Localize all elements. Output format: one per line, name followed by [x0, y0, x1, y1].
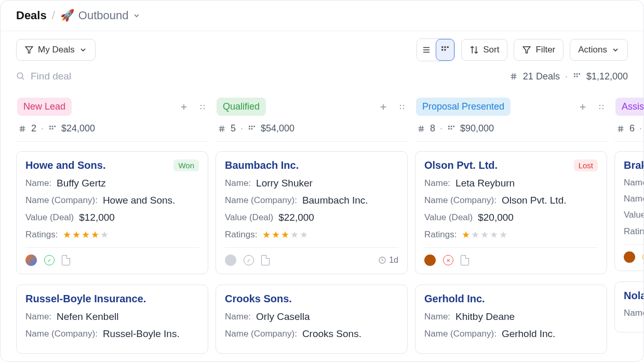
card-field: Value (Deal) $20,000: [424, 212, 598, 223]
column-total: $24,000: [61, 123, 95, 134]
status-circle-icon[interactable]: ✓: [244, 255, 254, 265]
plus-icon[interactable]: [179, 102, 189, 112]
deal-card[interactable]: Howe and Sons. Won Name: Buffy Gertz Nam…: [16, 151, 208, 274]
star-icon: ★: [100, 229, 109, 240]
svg-line-61: [422, 126, 422, 132]
field-label: Value (Deal): [225, 212, 273, 223]
column-header: New Lead: [16, 95, 208, 119]
drag-handle-icon[interactable]: [397, 102, 407, 112]
column-title[interactable]: New Lead: [17, 98, 72, 116]
deal-card[interactable]: Olson Pvt. Ltd. Lost Name: Leta Reyburn …: [415, 151, 607, 274]
document-icon[interactable]: [461, 255, 469, 265]
deal-title[interactable]: Gerhold Inc.: [424, 293, 485, 305]
svg-point-57: [602, 108, 603, 109]
status-circle-icon[interactable]: ✓: [642, 252, 643, 262]
svg-rect-16: [574, 73, 575, 75]
search-input[interactable]: [31, 71, 155, 82]
svg-point-24: [204, 104, 205, 105]
ratings-row: Ratings: ★★★★★: [25, 229, 199, 240]
avatar[interactable]: [624, 251, 635, 263]
card-footer: ✓: [25, 247, 199, 266]
deal-title[interactable]: Braku: [624, 159, 643, 171]
deal-title[interactable]: Russel-Boyle Insurance.: [25, 293, 146, 305]
deal-title[interactable]: Baumbach Inc.: [225, 159, 299, 171]
list-icon: [422, 45, 431, 55]
list-view-button[interactable]: [417, 39, 436, 61]
svg-rect-4: [442, 46, 444, 48]
avatar[interactable]: [424, 254, 436, 266]
drag-handle-icon[interactable]: [597, 102, 606, 112]
deal-title[interactable]: Crooks Sons.: [225, 293, 292, 305]
column-header: Qualified: [216, 95, 408, 119]
field-label: Name:: [225, 312, 251, 322]
plus-icon[interactable]: [578, 102, 587, 112]
field-label: Name: [624, 194, 643, 204]
kanban-icon: [440, 45, 450, 55]
column-title[interactable]: Qualified: [217, 98, 266, 116]
document-icon[interactable]: [62, 255, 70, 265]
status-circle-icon[interactable]: ✕: [443, 255, 453, 265]
view-toggle: [417, 38, 455, 61]
deal-title[interactable]: Olson Pvt. Ltd.: [424, 159, 498, 171]
sort-button[interactable]: Sort: [461, 39, 507, 61]
actions-label: Actions: [578, 45, 607, 55]
star-icon: ★: [300, 229, 308, 240]
star-icon: ★: [480, 229, 489, 240]
kanban-column: Qualified 5 · $54,000 Baumbach Inc. Name…: [216, 95, 408, 353]
rocket-icon: 🚀: [60, 9, 74, 22]
toolbar: My Deals Sort Filter Acti: [1, 31, 643, 61]
status-circle-icon[interactable]: ✓: [44, 255, 55, 265]
column-title[interactable]: Assist: [615, 98, 643, 116]
deal-card[interactable]: Gerhold Inc. Name: Khitby Deane Name (Co…: [415, 285, 607, 354]
deal-card[interactable]: Baumbach Inc. Name: Lorry Shuker Name (C…: [216, 151, 408, 274]
document-icon[interactable]: [261, 255, 270, 265]
chevron-down-icon: [611, 46, 620, 54]
avatar[interactable]: [25, 254, 37, 266]
pipeline-label: Outbound: [78, 9, 129, 22]
hash-icon: [616, 125, 625, 133]
deal-card[interactable]: Nolan Name:: [614, 281, 643, 332]
plus-icon[interactable]: [379, 102, 388, 112]
my-deals-dropdown[interactable]: My Deals: [16, 39, 96, 61]
svg-rect-7: [442, 49, 444, 51]
filter-button[interactable]: Filter: [514, 39, 564, 61]
field-label: Name:: [424, 312, 450, 322]
field-value: $22,000: [278, 212, 314, 223]
svg-rect-46: [249, 126, 250, 127]
field-value: Crooks Sons.: [302, 328, 361, 340]
drag-handle-icon[interactable]: [198, 102, 207, 112]
status-badge: Won: [173, 159, 199, 171]
actions-dropdown[interactable]: Actions: [570, 39, 628, 61]
deal-card[interactable]: Russel-Boyle Insurance. Name: Nefen Kenb…: [16, 285, 208, 354]
column-title[interactable]: Proposal Presented: [416, 98, 511, 116]
deal-card[interactable]: Braku Name: Name Value Rating ★★★★★ ✓: [614, 151, 643, 271]
field-label: Value (Deal): [424, 212, 473, 223]
svg-line-75: [619, 126, 620, 132]
kanban-board: New Lead 2 · $24,000 Howe and Sons. Won …: [1, 86, 643, 361]
deal-card[interactable]: Crooks Sons. Name: Orly Casella Name (Co…: [216, 285, 408, 354]
svg-rect-66: [451, 128, 452, 129]
svg-point-56: [599, 108, 600, 109]
column-header: Assist: [614, 95, 643, 119]
column-count: 8: [430, 123, 435, 134]
field-value: Russel-Boyle Ins.: [103, 328, 180, 340]
svg-rect-19: [574, 76, 575, 77]
card-field: Name (Company): Gerhold Inc.: [424, 328, 598, 340]
card-field: Name: Leta Reyburn: [424, 178, 598, 189]
time-chip: 1d: [378, 256, 398, 265]
ratings-row: Ratings: ★★★★★: [424, 229, 598, 240]
svg-line-44: [220, 126, 221, 132]
svg-line-45: [222, 126, 223, 132]
avatar[interactable]: [225, 254, 236, 266]
svg-rect-64: [453, 126, 454, 127]
field-label: Name:: [624, 178, 643, 188]
hash-icon: [218, 125, 226, 133]
column-count: 5: [231, 123, 236, 134]
pipeline-dropdown[interactable]: 🚀 Outbound: [60, 9, 141, 22]
deal-title[interactable]: Nolan: [624, 290, 643, 302]
deal-title[interactable]: Howe and Sons.: [25, 159, 105, 171]
chevron-down-icon: [132, 11, 141, 20]
kanban-view-button[interactable]: [436, 39, 454, 61]
svg-line-15: [514, 73, 515, 79]
field-label: Name (Company):: [225, 329, 297, 339]
